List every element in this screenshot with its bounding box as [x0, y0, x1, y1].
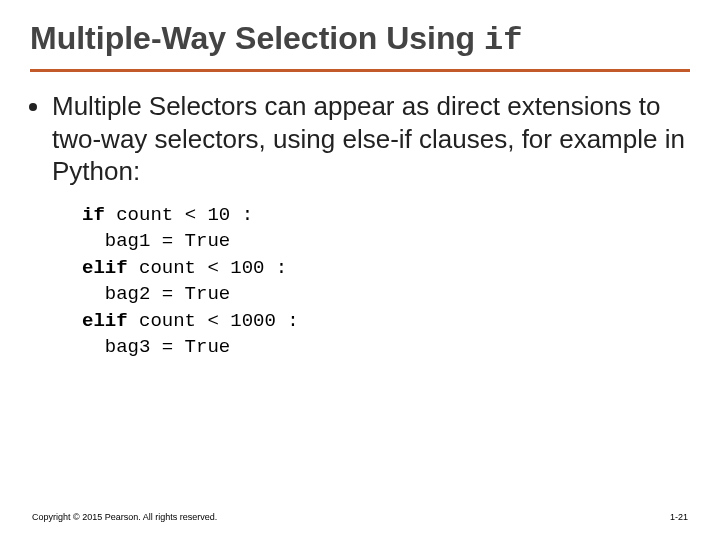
bullet-item: Multiple Selectors can appear as direct …	[52, 90, 690, 188]
code-line-4: bag2 = True	[82, 283, 230, 305]
slide: Multiple-Way Selection Using if Multiple…	[0, 0, 720, 540]
title-text: Multiple-Way Selection Using	[30, 20, 484, 56]
code-line-5: count < 1000 :	[128, 310, 299, 332]
page-number: 1-21	[670, 512, 688, 522]
code-line-3: count < 100 :	[128, 257, 288, 279]
code-kw-elif-2: elif	[82, 310, 128, 332]
code-line-1: count < 10 :	[105, 204, 253, 226]
code-block: if count < 10 : bag1 = True elif count <…	[82, 202, 690, 362]
code-line-6: bag3 = True	[82, 336, 230, 358]
copyright-footer: Copyright © 2015 Pearson. All rights res…	[32, 512, 217, 522]
code-line-2: bag1 = True	[82, 230, 230, 252]
code-kw-elif-1: elif	[82, 257, 128, 279]
title-mono: if	[484, 22, 522, 59]
code-kw-if: if	[82, 204, 105, 226]
bullet-list: Multiple Selectors can appear as direct …	[30, 90, 690, 188]
slide-title: Multiple-Way Selection Using if	[30, 20, 690, 72]
